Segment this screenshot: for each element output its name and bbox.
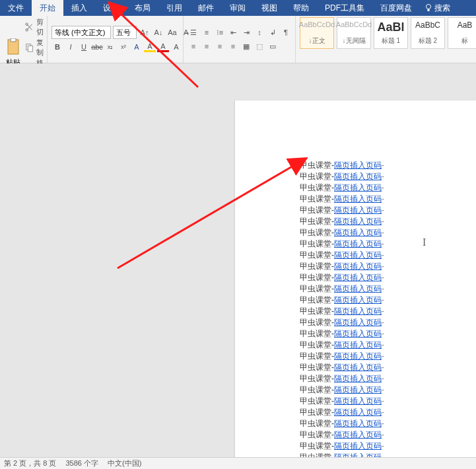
menu-审阅[interactable]: 审阅 bbox=[222, 0, 254, 16]
doc-line: 甲虫课堂-隔页插入页码- bbox=[300, 227, 471, 238]
doc-line: 甲虫课堂-隔页插入页码- bbox=[300, 216, 471, 227]
page-indicator[interactable]: 第 2 页，共 8 页 bbox=[4, 458, 56, 468]
doc-line: 甲虫课堂-隔页插入页码- bbox=[300, 317, 471, 328]
text-effects-button[interactable]: A bbox=[131, 41, 143, 53]
borders-button[interactable]: ⬚ bbox=[254, 40, 265, 52]
outdent-button[interactable]: ⇤ bbox=[227, 26, 239, 38]
multilevel-list-button[interactable]: ⁝≡ bbox=[214, 26, 226, 38]
shading-button[interactable]: ▦ bbox=[240, 40, 252, 52]
doc-line: 甲虫课堂-隔页插入页码- bbox=[300, 373, 471, 384]
menu-邮件[interactable]: 邮件 bbox=[190, 0, 222, 16]
text-cursor-icon: I bbox=[423, 236, 423, 246]
doc-line: 甲虫课堂-隔页插入页码- bbox=[300, 283, 471, 295]
cut-button[interactable]: 剪切 bbox=[25, 17, 44, 37]
document-page[interactable]: 甲虫课堂-隔页插入页码-甲虫课堂-隔页插入页码-甲虫课堂-隔页插入页码-甲虫课堂… bbox=[235, 100, 476, 469]
style-tile-1[interactable]: AaBbCcDd↓无间隔 bbox=[337, 17, 371, 49]
doc-line: 甲虫课堂-隔页插入页码- bbox=[300, 396, 471, 407]
menu-布局[interactable]: 布局 bbox=[127, 0, 158, 16]
doc-line: 甲虫课堂-隔页插入页码- bbox=[300, 238, 471, 250]
doc-line: 甲虫课堂-隔页插入页码- bbox=[300, 272, 471, 283]
doc-line: 甲虫课堂-隔页插入页码- bbox=[300, 351, 471, 362]
align-left-button[interactable]: ≡ bbox=[187, 40, 199, 52]
strikethrough-button[interactable]: abc bbox=[91, 41, 103, 53]
styles-gallery: AaBbCcDd↓正文AaBbCcDd↓无间隔AaBl标题 1AaBbC标题 2… bbox=[300, 17, 476, 49]
show-marks-button[interactable]: ¶ bbox=[280, 26, 292, 38]
italic-button[interactable]: I bbox=[65, 41, 77, 53]
menu-视图[interactable]: 视图 bbox=[254, 0, 285, 16]
menu-帮助[interactable]: 帮助 bbox=[285, 0, 317, 16]
indent-button[interactable]: ⇥ bbox=[240, 26, 252, 38]
copy-button[interactable]: 复制 bbox=[25, 38, 44, 57]
style-tile-3[interactable]: AaBbC标题 2 bbox=[411, 17, 445, 49]
bullets-button[interactable]: ☰ bbox=[187, 26, 199, 38]
doc-line: 甲虫课堂-隔页插入页码- bbox=[300, 418, 471, 429]
style-tile-4[interactable]: AaB标 bbox=[448, 17, 476, 49]
justify-button[interactable]: ≡ bbox=[227, 40, 239, 52]
paragraph-controls: ☰ ≡ ⁝≡ ⇤ ⇥ ↕ ↲ ¶ ≡ ≡ ≡ ≡ ▦ ⬚ ▭ bbox=[187, 17, 292, 61]
document-area: 甲虫课堂-隔页插入页码-甲虫课堂-隔页插入页码-甲虫课堂-隔页插入页码-甲虫课堂… bbox=[0, 63, 476, 457]
font-color-button[interactable]: A bbox=[157, 42, 169, 52]
font-size-select[interactable]: 五号 bbox=[113, 26, 137, 39]
menu-PDF工具集[interactable]: PDF工具集 bbox=[317, 0, 372, 16]
doc-line: 甲虫课堂-隔页插入页码- bbox=[300, 429, 471, 441]
menu-引用[interactable]: 引用 bbox=[158, 0, 190, 16]
scissors-icon bbox=[25, 22, 34, 32]
font-controls: 等线 (中文正文) 五号 A↑ A↓ Aa A̶ B I U abc x₂ x²… bbox=[51, 17, 192, 61]
doc-line: 甲虫课堂-隔页插入页码- bbox=[300, 306, 471, 317]
shrink-font-button[interactable]: A↓ bbox=[153, 26, 164, 38]
doc-line: 甲虫课堂-隔页插入页码- bbox=[300, 171, 471, 182]
doc-line: 甲虫课堂-隔页插入页码- bbox=[300, 250, 471, 261]
superscript-button[interactable]: x² bbox=[118, 41, 129, 53]
line-spacing-button[interactable]: ↕ bbox=[254, 26, 265, 38]
ribbon: 粘贴 剪切 复制 格式刷 等线 bbox=[0, 16, 476, 63]
fill-button[interactable]: ▭ bbox=[267, 40, 279, 52]
doc-line: 甲虫课堂-隔页插入页码- bbox=[300, 261, 471, 272]
doc-line: 甲虫课堂-隔页插入页码- bbox=[300, 205, 471, 216]
svg-rect-3 bbox=[11, 38, 16, 42]
style-tile-2[interactable]: AaBl标题 1 bbox=[374, 17, 408, 49]
align-center-button[interactable]: ≡ bbox=[201, 40, 213, 52]
doc-line: 甲虫课堂-隔页插入页码- bbox=[300, 362, 471, 373]
change-case-button[interactable]: Aa bbox=[166, 26, 178, 38]
highlight-button[interactable]: A bbox=[144, 42, 156, 52]
font-family-select[interactable]: 等线 (中文正文) bbox=[51, 26, 111, 39]
copy-icon bbox=[25, 43, 34, 52]
tell-me-search[interactable]: 搜索 bbox=[420, 0, 456, 16]
word-count[interactable]: 3586 个字 bbox=[65, 458, 98, 468]
menu-设计[interactable]: 设计 bbox=[95, 0, 127, 16]
language-indicator[interactable]: 中文(中国) bbox=[108, 458, 141, 468]
doc-line: 甲虫课堂-隔页插入页码- bbox=[300, 295, 471, 306]
menu-插入[interactable]: 插入 bbox=[63, 0, 95, 16]
grow-font-button[interactable]: A↑ bbox=[139, 26, 151, 38]
doc-line: 甲虫课堂-隔页插入页码- bbox=[300, 182, 471, 194]
menu-bar: 文件开始插入设计布局引用邮件审阅视图帮助PDF工具集百度网盘搜索 bbox=[0, 0, 476, 16]
numbering-button[interactable]: ≡ bbox=[201, 26, 213, 38]
doc-line: 甲虫课堂-隔页插入页码- bbox=[300, 340, 471, 351]
paste-icon[interactable] bbox=[4, 38, 22, 57]
status-bar: 第 2 页，共 8 页 3586 个字 中文(中国) bbox=[0, 457, 476, 469]
doc-line: 甲虫课堂-隔页插入页码- bbox=[300, 160, 471, 171]
style-tile-0[interactable]: AaBbCcDd↓正文 bbox=[300, 17, 334, 49]
menu-开始[interactable]: 开始 bbox=[32, 0, 63, 16]
bulb-icon bbox=[425, 4, 432, 12]
menu-文件[interactable]: 文件 bbox=[0, 0, 32, 16]
menu-百度网盘[interactable]: 百度网盘 bbox=[372, 0, 420, 16]
underline-button[interactable]: U bbox=[78, 41, 90, 53]
doc-line: 甲虫课堂-隔页插入页码- bbox=[300, 328, 471, 340]
doc-line: 甲虫课堂-隔页插入页码- bbox=[300, 384, 471, 396]
doc-line: 甲虫课堂-隔页插入页码- bbox=[300, 441, 471, 452]
svg-point-0 bbox=[426, 5, 431, 9]
svg-rect-1 bbox=[428, 9, 430, 11]
align-right-button[interactable]: ≡ bbox=[214, 40, 226, 52]
doc-line: 甲虫课堂-隔页插入页码- bbox=[300, 407, 471, 418]
sort-button[interactable]: ↲ bbox=[267, 26, 279, 38]
svg-rect-7 bbox=[28, 46, 32, 52]
bold-button[interactable]: B bbox=[51, 41, 63, 53]
phonetic-guide-button[interactable]: A bbox=[170, 41, 182, 53]
doc-line: 甲虫课堂-隔页插入页码- bbox=[300, 194, 471, 205]
subscript-button[interactable]: x₂ bbox=[104, 41, 116, 53]
